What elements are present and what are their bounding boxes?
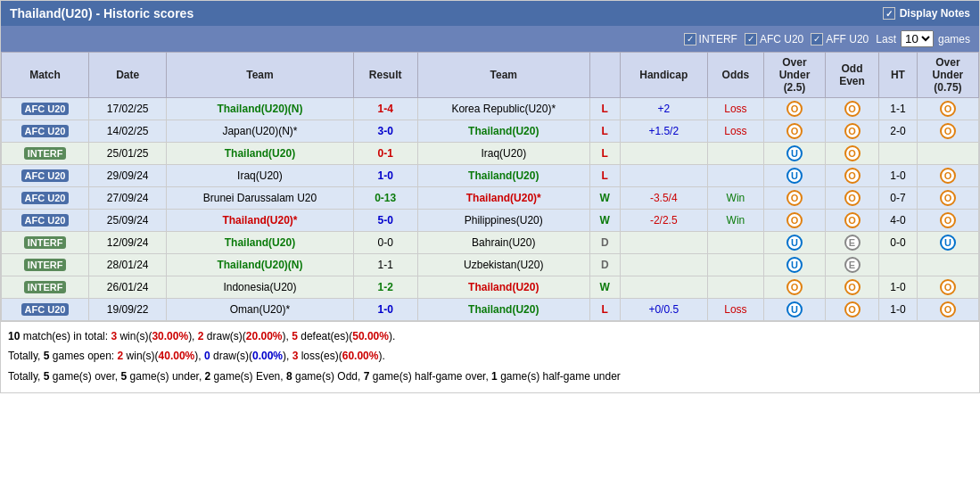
team1-name: Thailand(U20) xyxy=(167,143,353,165)
handicap-value xyxy=(620,165,707,187)
handicap-value xyxy=(620,276,707,299)
filter-interf[interactable]: ✓ INTERF xyxy=(684,33,737,45)
halftime-score: 1-0 xyxy=(879,276,918,299)
match-result[interactable]: 1-0 xyxy=(353,299,417,321)
over-under-075: O xyxy=(917,165,978,187)
match-date: 19/09/22 xyxy=(89,299,167,321)
match-result[interactable]: 0-0 xyxy=(353,232,417,254)
page-title: Thailand(U20) - Historic scores xyxy=(10,6,194,21)
over-under-075: O xyxy=(917,276,978,299)
team2-name: Korea Republic(U20)* xyxy=(417,98,589,120)
match-result[interactable]: 5-0 xyxy=(353,210,417,232)
table-row: AFC U2029/09/24Iraq(U20)1-0Thailand(U20)… xyxy=(2,165,979,187)
wdl-indicator: W xyxy=(589,187,620,210)
odd-even: O xyxy=(826,299,879,321)
handicap-value xyxy=(620,232,707,254)
summary-section: 10 match(es) in total: 3 win(s)(30.00%),… xyxy=(1,321,979,392)
over-under-25: O xyxy=(763,187,825,210)
match-date: 29/09/24 xyxy=(89,165,167,187)
over-under-25: O xyxy=(763,210,825,232)
over-under-25: O xyxy=(763,120,825,143)
col-team1: Team xyxy=(167,53,353,98)
odd-even: O xyxy=(826,143,879,165)
table-row: INTERF26/01/24Indonesia(U20)1-2Thailand(… xyxy=(2,276,979,299)
match-type-badge: AFC U20 xyxy=(2,210,89,232)
table-row: AFC U2027/09/24Brunei Darussalam U200-13… xyxy=(2,187,979,210)
over-under-075: O xyxy=(917,187,978,210)
odds-result: Loss xyxy=(707,299,763,321)
match-result[interactable]: 1-0 xyxy=(353,165,417,187)
col-ou25: OverUnder(2.5) xyxy=(763,53,825,98)
filter-afcu20[interactable]: ✓ AFC U20 xyxy=(745,33,803,45)
team2-name: Bahrain(U20) xyxy=(417,232,589,254)
handicap-value: +0/0.5 xyxy=(620,299,707,321)
handicap-value xyxy=(620,143,707,165)
over-under-075: U xyxy=(917,232,978,254)
handicap-value: -2/2.5 xyxy=(620,210,707,232)
team1-name: Indonesia(U20) xyxy=(167,276,353,299)
games-label: games xyxy=(938,33,970,45)
display-notes-checkbox[interactable]: ✓ xyxy=(883,7,895,20)
match-type-badge: AFC U20 xyxy=(2,165,89,187)
match-result[interactable]: 0-13 xyxy=(353,187,417,210)
over-under-075: O xyxy=(917,120,978,143)
col-match: Match xyxy=(2,53,89,98)
team1-name: Thailand(U20)(N) xyxy=(167,254,353,276)
table-row: AFC U2017/02/25Thailand(U20)(N)1-4Korea … xyxy=(2,98,979,120)
team2-name: Uzbekistan(U20) xyxy=(417,254,589,276)
odds-result xyxy=(707,143,763,165)
afcu20-label: AFC U20 xyxy=(760,33,803,45)
odds-result: Loss xyxy=(707,120,763,143)
col-oddeven: OddEven xyxy=(826,53,879,98)
odd-even: O xyxy=(826,276,879,299)
col-ou075: OverUnder(0.75) xyxy=(917,53,978,98)
match-type-badge: INTERF xyxy=(2,232,89,254)
halftime-score: 0-0 xyxy=(879,232,918,254)
over-under-25: U xyxy=(763,254,825,276)
match-type-badge: INTERF xyxy=(2,143,89,165)
team1-name: Oman(U20)* xyxy=(167,299,353,321)
team1-name: Iraq(U20) xyxy=(167,165,353,187)
match-result[interactable]: 1-4 xyxy=(353,98,417,120)
title-bar: Thailand(U20) - Historic scores ✓ Displa… xyxy=(1,1,979,26)
halftime-score xyxy=(879,143,918,165)
table-row: AFC U2019/09/22Oman(U20)*1-0Thailand(U20… xyxy=(2,299,979,321)
over-under-25: U xyxy=(763,299,825,321)
over-under-25: O xyxy=(763,98,825,120)
odds-result xyxy=(707,232,763,254)
wdl-indicator: L xyxy=(589,165,620,187)
afcu20-checkbox[interactable]: ✓ xyxy=(745,33,757,45)
table-row: INTERF25/01/25Thailand(U20)0-1Iraq(U20)L… xyxy=(2,143,979,165)
match-result[interactable]: 1-2 xyxy=(353,276,417,299)
odds-result xyxy=(707,165,763,187)
match-date: 17/02/25 xyxy=(89,98,167,120)
summary-line: 10 match(es) in total: 3 win(s)(30.00%),… xyxy=(8,327,972,345)
match-date: 26/01/24 xyxy=(89,276,167,299)
handicap-value: -3.5/4 xyxy=(620,187,707,210)
col-wdl xyxy=(589,53,620,98)
match-type-badge: AFC U20 xyxy=(2,98,89,120)
team2-name: Philippines(U20) xyxy=(417,210,589,232)
halftime-score: 1-1 xyxy=(879,98,918,120)
games-select[interactable]: 5 10 15 20 30 All xyxy=(901,30,934,47)
match-result[interactable]: 3-0 xyxy=(353,120,417,143)
team1-name: Thailand(U20) xyxy=(167,232,353,254)
interf-label: INTERF xyxy=(699,33,737,45)
affu20-checkbox[interactable]: ✓ xyxy=(811,33,823,45)
team2-name: Thailand(U20) xyxy=(417,299,589,321)
filter-affu20[interactable]: ✓ AFF U20 xyxy=(811,33,869,45)
over-under-075: O xyxy=(917,299,978,321)
odds-result: Loss xyxy=(707,98,763,120)
wdl-indicator: D xyxy=(589,232,620,254)
match-type-badge: INTERF xyxy=(2,254,89,276)
interf-checkbox[interactable]: ✓ xyxy=(684,33,696,45)
over-under-075: O xyxy=(917,210,978,232)
match-result[interactable]: 1-1 xyxy=(353,254,417,276)
col-team2: Team xyxy=(417,53,589,98)
odd-even: O xyxy=(826,120,879,143)
over-under-25: U xyxy=(763,165,825,187)
team2-name: Iraq(U20) xyxy=(417,143,589,165)
team1-name: Thailand(U20)* xyxy=(167,210,353,232)
match-result[interactable]: 0-1 xyxy=(353,143,417,165)
table-row: INTERF12/09/24Thailand(U20)0-0Bahrain(U2… xyxy=(2,232,979,254)
